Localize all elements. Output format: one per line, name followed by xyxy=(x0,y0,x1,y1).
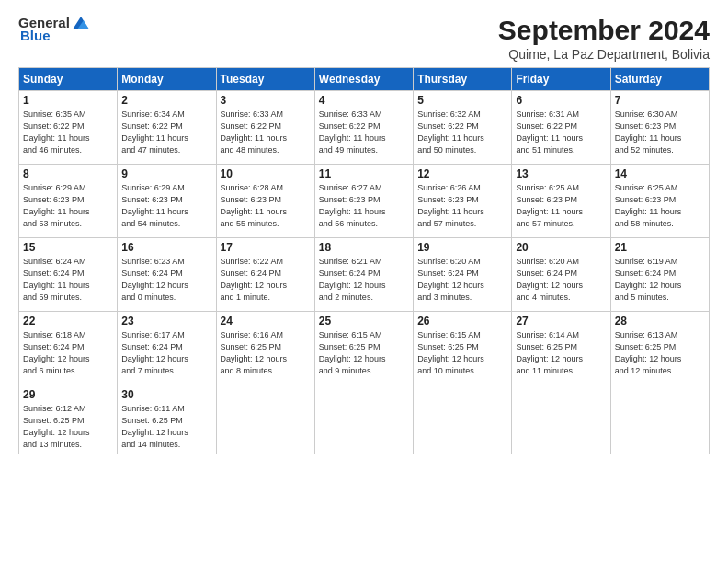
day-info: Sunrise: 6:23 AM Sunset: 6:24 PM Dayligh… xyxy=(121,256,211,304)
day-info: Sunrise: 6:25 AM Sunset: 6:23 PM Dayligh… xyxy=(615,182,705,230)
weekday-header-friday: Friday xyxy=(512,68,610,91)
calendar-cell: 10Sunrise: 6:28 AM Sunset: 6:23 PM Dayli… xyxy=(216,165,314,238)
day-info: Sunrise: 6:27 AM Sunset: 6:23 PM Dayligh… xyxy=(319,182,409,230)
day-info: Sunrise: 6:31 AM Sunset: 6:22 PM Dayligh… xyxy=(516,109,606,156)
weekday-header-thursday: Thursday xyxy=(414,68,512,91)
day-number: 7 xyxy=(615,94,705,107)
logo-blue: Blue xyxy=(20,28,51,43)
calendar-cell xyxy=(216,385,314,454)
day-number: 17 xyxy=(221,241,311,254)
calendar-cell: 13Sunrise: 6:25 AM Sunset: 6:23 PM Dayli… xyxy=(512,165,610,238)
day-number: 12 xyxy=(417,167,507,180)
day-info: Sunrise: 6:34 AM Sunset: 6:22 PM Dayligh… xyxy=(121,109,211,156)
calendar-cell: 8Sunrise: 6:29 AM Sunset: 6:23 PM Daylig… xyxy=(19,165,118,238)
day-number: 2 xyxy=(121,94,211,107)
day-info: Sunrise: 6:15 AM Sunset: 6:25 PM Dayligh… xyxy=(417,329,507,377)
day-number: 20 xyxy=(516,241,606,254)
day-number: 26 xyxy=(417,315,507,327)
day-number: 21 xyxy=(615,241,705,254)
day-info: Sunrise: 6:14 AM Sunset: 6:25 PM Dayligh… xyxy=(516,329,606,377)
day-number: 22 xyxy=(23,315,113,327)
calendar-cell: 25Sunrise: 6:15 AM Sunset: 6:25 PM Dayli… xyxy=(314,312,413,385)
calendar-cell xyxy=(314,385,413,454)
day-number: 1 xyxy=(23,94,113,107)
day-info: Sunrise: 6:16 AM Sunset: 6:25 PM Dayligh… xyxy=(221,329,311,377)
weekday-header-monday: Monday xyxy=(118,68,216,91)
weekday-header-saturday: Saturday xyxy=(610,68,709,91)
calendar-cell: 3Sunrise: 6:33 AM Sunset: 6:22 PM Daylig… xyxy=(216,91,314,165)
day-number: 4 xyxy=(319,94,409,107)
calendar-cell: 2Sunrise: 6:34 AM Sunset: 6:22 PM Daylig… xyxy=(118,91,216,165)
month-title: September 2024 xyxy=(498,15,710,46)
calendar-cell: 24Sunrise: 6:16 AM Sunset: 6:25 PM Dayli… xyxy=(216,312,314,385)
day-number: 28 xyxy=(615,315,705,327)
day-number: 10 xyxy=(221,167,311,180)
logo-icon xyxy=(73,17,89,29)
calendar-cell: 14Sunrise: 6:25 AM Sunset: 6:23 PM Dayli… xyxy=(610,165,709,238)
day-number: 24 xyxy=(221,315,311,327)
day-info: Sunrise: 6:15 AM Sunset: 6:25 PM Dayligh… xyxy=(319,329,409,377)
day-number: 6 xyxy=(516,94,606,107)
day-info: Sunrise: 6:24 AM Sunset: 6:24 PM Dayligh… xyxy=(23,256,113,304)
logo: General Blue xyxy=(18,15,89,43)
day-info: Sunrise: 6:32 AM Sunset: 6:22 PM Dayligh… xyxy=(417,109,507,156)
day-number: 15 xyxy=(23,241,113,254)
day-number: 16 xyxy=(121,241,211,254)
day-number: 19 xyxy=(417,241,507,254)
location-subtitle: Quime, La Paz Department, Bolivia xyxy=(498,47,710,62)
calendar-cell: 18Sunrise: 6:21 AM Sunset: 6:24 PM Dayli… xyxy=(314,238,413,312)
day-info: Sunrise: 6:17 AM Sunset: 6:24 PM Dayligh… xyxy=(121,329,211,377)
calendar-cell: 4Sunrise: 6:33 AM Sunset: 6:22 PM Daylig… xyxy=(314,91,413,165)
calendar-cell: 6Sunrise: 6:31 AM Sunset: 6:22 PM Daylig… xyxy=(512,91,610,165)
calendar-cell: 22Sunrise: 6:18 AM Sunset: 6:24 PM Dayli… xyxy=(19,312,118,385)
calendar-cell: 19Sunrise: 6:20 AM Sunset: 6:24 PM Dayli… xyxy=(414,238,512,312)
calendar-cell: 30Sunrise: 6:11 AM Sunset: 6:25 PM Dayli… xyxy=(118,385,216,454)
day-info: Sunrise: 6:25 AM Sunset: 6:23 PM Dayligh… xyxy=(516,182,606,230)
day-info: Sunrise: 6:26 AM Sunset: 6:23 PM Dayligh… xyxy=(417,182,507,230)
calendar-cell: 27Sunrise: 6:14 AM Sunset: 6:25 PM Dayli… xyxy=(512,312,610,385)
calendar-cell: 1Sunrise: 6:35 AM Sunset: 6:22 PM Daylig… xyxy=(19,91,118,165)
day-number: 3 xyxy=(221,94,311,107)
weekday-header-sunday: Sunday xyxy=(19,68,118,91)
day-info: Sunrise: 6:21 AM Sunset: 6:24 PM Dayligh… xyxy=(319,256,409,304)
calendar-cell: 12Sunrise: 6:26 AM Sunset: 6:23 PM Dayli… xyxy=(414,165,512,238)
day-number: 18 xyxy=(319,241,409,254)
day-number: 23 xyxy=(121,315,211,327)
calendar-cell: 5Sunrise: 6:32 AM Sunset: 6:22 PM Daylig… xyxy=(414,91,512,165)
day-info: Sunrise: 6:12 AM Sunset: 6:25 PM Dayligh… xyxy=(23,403,113,451)
calendar-cell: 16Sunrise: 6:23 AM Sunset: 6:24 PM Dayli… xyxy=(118,238,216,312)
calendar-cell: 11Sunrise: 6:27 AM Sunset: 6:23 PM Dayli… xyxy=(314,165,413,238)
day-number: 5 xyxy=(417,94,507,107)
calendar-cell: 26Sunrise: 6:15 AM Sunset: 6:25 PM Dayli… xyxy=(414,312,512,385)
calendar-cell: 15Sunrise: 6:24 AM Sunset: 6:24 PM Dayli… xyxy=(19,238,118,312)
day-number: 11 xyxy=(319,167,409,180)
day-info: Sunrise: 6:20 AM Sunset: 6:24 PM Dayligh… xyxy=(516,256,606,304)
day-info: Sunrise: 6:18 AM Sunset: 6:24 PM Dayligh… xyxy=(23,329,113,377)
calendar-cell xyxy=(512,385,610,454)
day-info: Sunrise: 6:30 AM Sunset: 6:23 PM Dayligh… xyxy=(615,109,705,156)
calendar-cell: 7Sunrise: 6:30 AM Sunset: 6:23 PM Daylig… xyxy=(610,91,709,165)
day-info: Sunrise: 6:28 AM Sunset: 6:23 PM Dayligh… xyxy=(221,182,311,230)
calendar-cell: 17Sunrise: 6:22 AM Sunset: 6:24 PM Dayli… xyxy=(216,238,314,312)
day-info: Sunrise: 6:19 AM Sunset: 6:24 PM Dayligh… xyxy=(615,256,705,304)
day-number: 8 xyxy=(23,167,113,180)
calendar-cell xyxy=(414,385,512,454)
calendar-cell: 23Sunrise: 6:17 AM Sunset: 6:24 PM Dayli… xyxy=(118,312,216,385)
calendar-cell: 21Sunrise: 6:19 AM Sunset: 6:24 PM Dayli… xyxy=(610,238,709,312)
day-number: 29 xyxy=(23,388,113,401)
day-number: 9 xyxy=(121,167,211,180)
day-info: Sunrise: 6:29 AM Sunset: 6:23 PM Dayligh… xyxy=(23,182,113,230)
day-info: Sunrise: 6:13 AM Sunset: 6:25 PM Dayligh… xyxy=(615,329,705,377)
calendar-cell: 9Sunrise: 6:29 AM Sunset: 6:23 PM Daylig… xyxy=(118,165,216,238)
day-info: Sunrise: 6:29 AM Sunset: 6:23 PM Dayligh… xyxy=(121,182,211,230)
day-number: 27 xyxy=(516,315,606,327)
day-info: Sunrise: 6:20 AM Sunset: 6:24 PM Dayligh… xyxy=(417,256,507,304)
day-number: 14 xyxy=(615,167,705,180)
calendar-cell: 20Sunrise: 6:20 AM Sunset: 6:24 PM Dayli… xyxy=(512,238,610,312)
calendar-cell xyxy=(610,385,709,454)
day-info: Sunrise: 6:33 AM Sunset: 6:22 PM Dayligh… xyxy=(221,109,311,156)
calendar-cell: 28Sunrise: 6:13 AM Sunset: 6:25 PM Dayli… xyxy=(610,312,709,385)
day-info: Sunrise: 6:33 AM Sunset: 6:22 PM Dayligh… xyxy=(319,109,409,156)
day-number: 25 xyxy=(319,315,409,327)
day-number: 30 xyxy=(121,388,211,401)
